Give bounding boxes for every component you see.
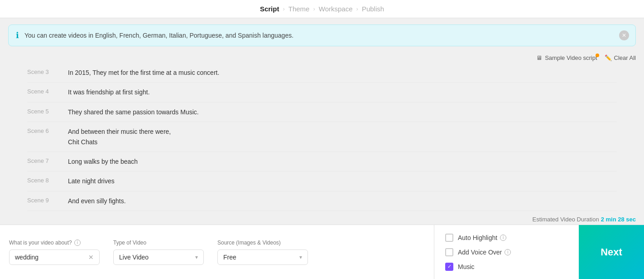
source-group: Source (Images & Videos) Free ▾ [217,240,308,265]
voice-over-label: Add Voice Over i [458,249,511,256]
video-about-input[interactable]: wedding ✕ [9,250,100,265]
scene-text[interactable]: They shared the same passion towards Mus… [68,107,617,117]
chevron-down-icon: ▾ [195,254,198,260]
scene-row: Scene 8Late night drives [27,171,617,191]
voice-over-checkbox[interactable] [445,248,453,256]
auto-highlight-info-icon[interactable]: i [500,235,506,241]
video-about-label: What is your video about? i [9,240,100,246]
auto-highlight-checkbox[interactable] [445,234,453,242]
auto-highlight-label: Auto Highlight i [458,234,506,241]
scene-row: Scene 4It was friendship at first sight. [27,83,617,102]
scene-text[interactable]: Long walks by the beach [68,157,617,166]
scenes-list: Scene 3In 2015, They met for the first t… [0,63,644,212]
video-type-group: Type of Video Live Video ▾ [113,240,204,265]
voice-over-info-icon[interactable]: i [505,249,511,255]
scene-text[interactable]: And between their music there were, Chit… [68,127,617,147]
video-about-clear-icon[interactable]: ✕ [88,254,94,261]
monitor-icon: 🖥 [536,54,542,61]
scene-label: Scene 7 [27,157,68,164]
video-type-value: Live Video [119,254,149,261]
nav-sep-1: › [283,5,284,12]
notification-dot [596,54,599,57]
sample-video-button[interactable]: 🖥 Sample Video script [536,54,597,61]
toolbar-row: 🖥 Sample Video script ✏️ Clear All [0,51,644,63]
info-banner: ℹ You can create videos in English, Fren… [8,24,636,46]
scene-label: Scene 4 [27,87,68,95]
next-label: Next [601,246,622,258]
scene-row: Scene 3In 2015, They met for the first t… [27,63,617,83]
video-about-value: wedding [15,254,38,261]
top-navigation: Script › Theme › Workspace › Publish [0,0,644,18]
voice-over-option: Add Voice Over i [445,248,568,256]
source-label: Source (Images & Videos) [217,240,308,246]
sample-video-label: Sample Video script [545,54,597,61]
music-label: Music [458,263,475,270]
auto-highlight-option: Auto Highlight i [445,234,568,242]
bottom-left-controls: What is your video about? i wedding ✕ Ty… [0,225,434,279]
scene-row: Scene 5They shared the same passion towa… [27,103,617,122]
nav-workspace[interactable]: Workspace [319,5,353,13]
info-banner-close-button[interactable]: ✕ [619,30,629,40]
info-banner-icon: ℹ [16,30,19,40]
scene-row: Scene 6And between their music there wer… [27,122,617,152]
clear-label: Clear All [614,54,636,61]
scene-row: Scene 7Long walks by the beach [27,152,617,171]
source-value: Free [223,254,236,261]
duration-value: 2 min 28 sec [601,216,636,223]
video-type-select[interactable]: Live Video ▾ [113,250,204,265]
scene-label: Scene 5 [27,107,68,115]
video-type-label: Type of Video [113,240,204,246]
info-banner-text: You can create videos in English, French… [24,32,293,39]
scene-row: Scene 9And even silly fights. [27,191,617,211]
clear-all-button[interactable]: ✏️ Clear All [605,54,636,61]
video-about-group: What is your video about? i wedding ✕ [9,240,100,265]
nav-script[interactable]: Script [260,5,279,13]
right-options-panel: Auto Highlight i Add Voice Over i Music [434,225,579,279]
edit-icon: ✏️ [605,54,612,61]
video-about-info-icon[interactable]: i [74,240,81,246]
duration-row: Estimated Video Duration 2 min 28 sec [0,212,644,225]
nav-sep-2: › [313,5,315,12]
duration-label: Estimated Video Duration [532,216,599,223]
scene-text[interactable]: It was friendship at first sight. [68,87,617,97]
scene-label: Scene 9 [27,196,68,204]
music-checkbox[interactable] [445,263,453,271]
scene-text[interactable]: And even silly fights. [68,196,617,206]
nav-theme[interactable]: Theme [288,5,310,13]
next-button[interactable]: Next [579,225,644,279]
bottom-bar: What is your video about? i wedding ✕ Ty… [0,225,644,279]
scene-text[interactable]: Late night drives [68,176,617,186]
music-option: Music [445,263,568,271]
content-area: ℹ You can create videos in English, Fren… [0,18,644,225]
scene-label: Scene 8 [27,176,68,184]
scene-text[interactable]: In 2015, They met for the first time at … [68,68,617,78]
chevron-down-icon: ▾ [299,254,302,260]
nav-sep-3: › [356,5,358,12]
scene-label: Scene 6 [27,127,68,134]
source-select[interactable]: Free ▾ [217,250,308,265]
nav-publish[interactable]: Publish [362,5,384,13]
scene-label: Scene 3 [27,68,68,75]
